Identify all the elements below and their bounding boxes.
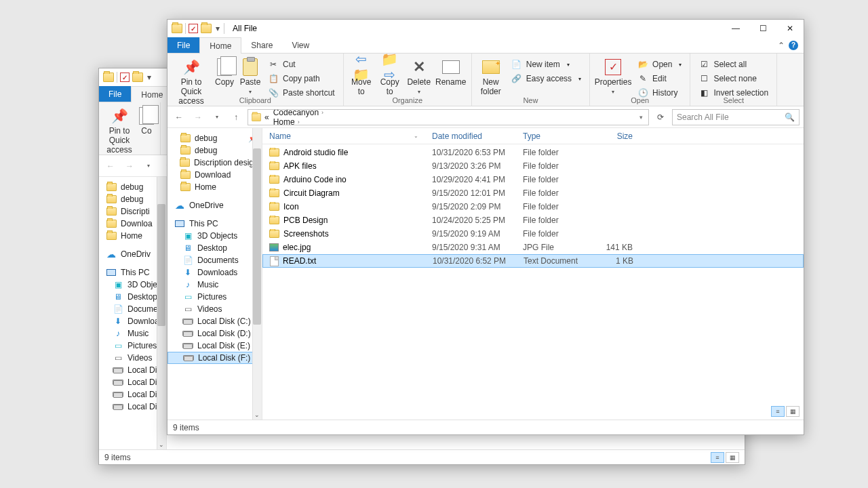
edit-button[interactable]: ✎Edit — [633, 72, 686, 85]
tab-home[interactable]: Home — [199, 37, 241, 54]
tree-item[interactable]: ▭Videos — [167, 303, 262, 315]
tree-item[interactable]: Download — [167, 169, 262, 181]
nav-up-button[interactable]: ↑ — [229, 110, 243, 125]
newfolder-qat-icon[interactable] — [201, 24, 212, 33]
nav-forward-button[interactable]: → — [122, 159, 137, 174]
tree-item[interactable]: ⬇Downloads — [167, 266, 262, 279]
tree-item[interactable]: Local Disk (E:) — [167, 340, 262, 352]
properties-qat-icon[interactable]: ✓ — [120, 73, 130, 82]
nav-tree[interactable]: debug📌debugDiscription designDownloadHom… — [167, 128, 262, 420]
nav-history-dropdown[interactable]: ▾ — [141, 159, 156, 174]
cut-button[interactable]: ✂Cut — [264, 58, 339, 71]
copy-button[interactable]: Copy — [212, 56, 237, 87]
tree-item[interactable]: Discription design — [167, 157, 262, 169]
file-row[interactable]: Arduino Code ino10/29/2020 4:41 PMFile f… — [262, 173, 804, 186]
tab-file[interactable]: File — [167, 37, 199, 53]
newfolder-qat-icon[interactable] — [132, 73, 143, 82]
nav-tree[interactable]: debugdebugDiscriptiDownloaHome ☁OneDriv … — [99, 177, 167, 449]
tree-item[interactable]: debug — [167, 144, 262, 157]
minimize-button[interactable]: — — [722, 20, 749, 37]
copy-button[interactable]: Co — [137, 105, 156, 136]
tree-item[interactable]: 📄Documents — [167, 254, 262, 266]
folder-icon — [269, 189, 279, 197]
file-row[interactable]: PCB Design10/24/2020 5:25 PMFile folder — [262, 214, 804, 227]
breadcrumb-segment[interactable]: Home› — [272, 117, 355, 125]
close-button[interactable]: ✕ — [776, 20, 804, 37]
folder-icon — [269, 216, 279, 224]
chevron-down-icon[interactable]: ⌄ — [254, 411, 260, 418]
file-row[interactable]: elec.jpg9/15/2020 9:31 AMJPG File141 KB — [262, 241, 804, 254]
address-dropdown[interactable]: ▾ — [637, 114, 646, 121]
file-row[interactable]: Icon9/15/2020 2:09 PMFile folder — [262, 200, 804, 214]
tab-share[interactable]: Share — [241, 37, 282, 53]
properties-qat-icon[interactable]: ✓ — [189, 24, 198, 33]
help-icon[interactable]: ? — [789, 41, 798, 50]
file-row[interactable]: Android studio file10/31/2020 6:53 PMFil… — [262, 146, 804, 159]
new-folder-button[interactable]: New folder — [476, 56, 506, 97]
nav-back-button[interactable]: ← — [103, 159, 118, 174]
new-item-button[interactable]: 📄New item▾ — [507, 58, 585, 71]
tree-scrollbar[interactable]: ⌄ — [252, 128, 262, 420]
tree-item[interactable]: Local Disk (D:) — [167, 327, 262, 340]
file-type: File folder — [516, 216, 592, 225]
collapse-ribbon-icon[interactable]: ⌃ — [778, 41, 785, 50]
copy-icon — [217, 58, 232, 77]
pc-icon — [174, 220, 185, 227]
select-none-button[interactable]: ☐Select none — [694, 72, 772, 85]
tree-item[interactable]: ♪Music — [167, 279, 262, 291]
col-type[interactable]: Type — [516, 131, 592, 141]
paste-icon — [243, 58, 258, 77]
rename-button[interactable]: Rename — [435, 56, 467, 87]
tree-this-pc[interactable]: This PC — [167, 218, 262, 230]
tree-item[interactable]: ▭Pictures — [167, 291, 262, 303]
music-icon: ♪ — [182, 280, 193, 289]
move-to-button[interactable]: ⇦📁Move to — [348, 56, 375, 97]
view-details-button[interactable]: ≡ — [771, 406, 785, 417]
tree-item[interactable]: ▣3D Objects — [167, 230, 262, 242]
paste-button[interactable]: Paste ▾ — [238, 56, 262, 95]
tree-item[interactable]: debug📌 — [167, 132, 262, 144]
tree-item[interactable]: 🖥Desktop — [167, 242, 262, 254]
folder-icon — [180, 183, 191, 191]
nav-history-dropdown[interactable]: ▾ — [210, 110, 224, 125]
file-row[interactable]: Screenshots9/15/2020 9:19 AMFile folder — [262, 227, 804, 241]
open-button[interactable]: 📂Open▾ — [633, 58, 686, 71]
tree-item[interactable]: Home — [167, 181, 262, 193]
qat-dropdown-icon[interactable]: ▾ — [146, 73, 153, 82]
tree-onedrive[interactable]: ☁OneDrive — [167, 199, 262, 212]
file-row[interactable]: READ.txt10/31/2020 6:52 PMText Document1… — [262, 254, 804, 268]
chevron-down-icon[interactable]: ⌄ — [159, 441, 164, 448]
file-row[interactable]: Circuit Diagram9/15/2020 12:01 PMFile fo… — [262, 186, 804, 200]
file-date: 9/15/2020 9:19 AM — [425, 229, 516, 239]
easy-access-button[interactable]: 🔗Easy access▾ — [507, 72, 585, 85]
breadcrumb-overflow[interactable]: « — [263, 113, 271, 122]
tree-item[interactable]: Local Disk (C:) — [167, 315, 262, 327]
address-bar[interactable]: « All Final Android app›All App›Codecany… — [248, 109, 649, 125]
copy-to-button[interactable]: 📁⇨Copy to — [376, 56, 403, 97]
ribbon: 📌 Pin to Quick access Copy Paste ▾ ✂Cut … — [167, 54, 804, 106]
file-row[interactable]: APK files9/13/2020 3:26 PMFile folder — [262, 159, 804, 173]
tree-scrollbar[interactable]: ⌄ — [157, 177, 166, 449]
properties-button[interactable]: ✓Properties▾ — [594, 56, 632, 95]
delete-button[interactable]: ✕Delete▾ — [405, 56, 433, 95]
tree-item[interactable]: Local Disk (F:) — [167, 352, 262, 364]
col-name[interactable]: Name⌄ — [262, 131, 425, 141]
col-date[interactable]: Date modified — [425, 131, 516, 141]
titlebar[interactable]: ✓ ▾ All File — ☐ ✕ — [167, 20, 804, 37]
view-details-button[interactable]: ≡ — [711, 452, 724, 463]
view-thumbs-button[interactable]: ▦ — [726, 452, 739, 463]
breadcrumb-segment[interactable]: Codecanyon› — [272, 109, 355, 117]
view-thumbs-button[interactable]: ▦ — [786, 406, 800, 417]
col-size[interactable]: Size — [592, 131, 639, 141]
maximize-button[interactable]: ☐ — [749, 20, 776, 37]
nav-back-button[interactable]: ← — [172, 110, 186, 125]
qat-dropdown-icon[interactable]: ▾ — [214, 24, 221, 33]
tab-file[interactable]: File — [99, 86, 131, 102]
open-icon: 📂 — [637, 59, 648, 70]
nav-forward-button[interactable]: → — [191, 110, 205, 125]
tab-view[interactable]: View — [282, 37, 319, 53]
select-all-button[interactable]: ☑Select all — [694, 58, 772, 71]
copy-path-button[interactable]: 📋Copy path — [264, 72, 339, 85]
search-input[interactable]: Search All File 🔍 — [672, 109, 800, 125]
refresh-button[interactable]: ⟳ — [653, 110, 668, 125]
